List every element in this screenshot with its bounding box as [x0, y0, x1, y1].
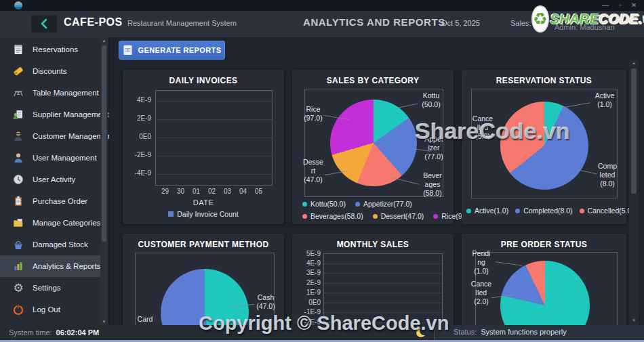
title-bar: — ▫ ✕: [0, 0, 644, 11]
close-button[interactable]: ✕: [626, 1, 641, 10]
pie-callout: Card: [129, 315, 161, 324]
pie-callout: Kottu(50.0): [416, 91, 447, 109]
maximize-button[interactable]: ▫: [613, 1, 628, 10]
chart-legend: Daily Invoice Count: [123, 210, 284, 218]
legend-marker: [355, 202, 360, 207]
chart-title: MONTHLY SALES: [292, 240, 454, 249]
sidebar-item-table-management[interactable]: Table Management: [0, 82, 100, 104]
status-bar: System time:06:02:04 PM Status:System fu…: [0, 325, 644, 342]
y-tick: 4E-9: [295, 259, 321, 267]
legend-marker: [302, 202, 307, 207]
x-tick: 05: [255, 188, 262, 195]
legend-item: Cancelled(5.0): [580, 207, 634, 215]
legend-label: Active(1.0): [475, 207, 508, 215]
notepad-icon: [12, 43, 25, 56]
sidebar-item-supplier-management[interactable]: Supplier Management: [0, 104, 100, 125]
y-tick: -1E-9: [295, 308, 321, 316]
pie-callout: Cancelled(2.0): [466, 280, 497, 306]
panel-monthly-sales: MONTHLY SALES 5E-9 4E-9 3E-9 2E-9 1E-9 0…: [292, 234, 454, 325]
price-tag-icon: [12, 65, 25, 77]
legend-item: Beverages(58.0): [302, 212, 363, 220]
sidebar-item-settings[interactable]: ⚙ Settings: [0, 277, 100, 299]
pie-callout: Beverages(58.0): [417, 171, 448, 198]
generate-reports-button[interactable]: GENERATE REPORTS: [119, 41, 225, 60]
x-tick: 30: [177, 188, 184, 195]
x-tick: 01: [193, 188, 200, 195]
y-tick: -2E-9: [125, 151, 151, 158]
legend-marker: [580, 209, 584, 213]
app-title: CAFE-POS: [64, 16, 123, 28]
sales-value: 0: [535, 19, 539, 27]
scroll-down-icon[interactable]: ▼: [629, 317, 639, 324]
main-scrollbar-thumb[interactable]: [631, 68, 637, 194]
gear-icon: ⚙: [12, 282, 25, 294]
sidebar-scrollbar[interactable]: ▲ ▼: [100, 37, 108, 325]
chart-title: RESERVATION STATUS: [462, 76, 626, 85]
status-value: System functions properly: [481, 328, 567, 336]
back-button[interactable]: [31, 15, 57, 33]
sidebar-item-user-management[interactable]: User Management: [0, 147, 100, 169]
system-time-label: System time:: [9, 328, 52, 337]
folder-icon: [12, 217, 25, 229]
sidebar-item-label: User Activity: [33, 175, 75, 184]
main-scrollbar[interactable]: ▲ ▼: [629, 60, 639, 325]
panel-daily-invoices: DAILY INVOICES 4E-9 2E-9 0E0 -2E-9 -4E-9…: [123, 70, 284, 224]
minimize-button[interactable]: —: [598, 1, 613, 10]
supplier-icon: [12, 108, 25, 121]
sales-by-category-pie: [330, 100, 417, 186]
sidebar-item-label: Table Management: [33, 89, 99, 97]
legend-label: Cancelled(5.0): [588, 207, 634, 215]
sidebar-item-damaged-stock[interactable]: Damaged Stock: [0, 234, 100, 255]
scroll-up-icon[interactable]: ▲: [100, 37, 108, 44]
x-axis-label: DATE: [123, 198, 284, 207]
header-date: Oct 5, 2025: [441, 19, 480, 27]
sidebar-item-reservations[interactable]: Reservations: [0, 39, 100, 60]
sidebar-item-label: Supplier Management: [33, 110, 109, 119]
pie-callout: Pending(1.0): [466, 249, 497, 276]
moon-icon: [415, 327, 427, 339]
pie-callout: Cancelled(5.0): [467, 114, 498, 141]
legend-label: Daily Invoice Count: [177, 210, 238, 218]
sidebar-item-label: Analytics & Reports: [33, 262, 100, 270]
x-tick: 04: [239, 188, 247, 195]
legend-marker: [433, 214, 438, 219]
pie-callout: Rice(97.0): [298, 105, 329, 123]
sidebar-item-user-activity[interactable]: User Activity: [0, 169, 100, 190]
sidebar-item-label: User Management: [33, 154, 97, 162]
pie-callout: Completed(8.0): [592, 162, 623, 188]
sidebar-item-manage-categories[interactable]: Manage Categories: [0, 212, 100, 234]
pie-callout: Dessert(47.0): [298, 158, 329, 184]
sidebar-item-discounts[interactable]: Discounts: [0, 60, 100, 82]
y-tick: -4E-9: [125, 169, 151, 177]
sidebar-item-analytics-reports[interactable]: Analytics & Reports: [0, 255, 100, 277]
pie-callout: Appetizer(77.0): [418, 135, 449, 161]
legend-marker: [466, 209, 471, 213]
app-window: — ▫ ✕ CAFE-POS Restaurant Management Sys…: [0, 0, 644, 342]
panel-reservation-status: RESERVATION STATUS Active(1.0) Completed…: [462, 70, 626, 224]
header: CAFE-POS Restaurant Management System AN…: [0, 11, 644, 37]
y-tick: 2E-9: [295, 279, 321, 286]
panel-customer-payment-method: CUSTOMER PAYMENT METHOD Cash(47.0) Card: [123, 234, 284, 325]
chevron-left-icon: [39, 18, 49, 29]
report-icon: [123, 45, 133, 56]
y-tick: 0E0: [125, 133, 151, 140]
sidebar-scrollbar-thumb[interactable]: [102, 45, 106, 242]
scroll-down-icon[interactable]: ▼: [100, 318, 108, 325]
legend-item: Daily Invoice Count: [168, 210, 238, 218]
panel-sales-by-category: SALES BY CATEGORY Kottu(50.0) Appetizer(…: [292, 70, 454, 224]
y-tick: 2E-9: [125, 114, 151, 122]
status-section: Status:System functions properly: [434, 325, 644, 340]
app-subtitle: Restaurant Management System: [127, 19, 237, 27]
sidebar-item-label: Purchase Order: [33, 197, 87, 205]
chart-title: SALES BY CATEGORY: [292, 76, 454, 85]
legend-item: Kottu(50.0): [302, 200, 346, 208]
sidebar-item-log-out[interactable]: Log Out: [0, 299, 100, 320]
sidebar-item-purchase-order[interactable]: Purchase Order: [0, 190, 100, 212]
reservation-status-pie: [500, 102, 588, 190]
sidebar-item-customer-management[interactable]: Customer Management: [0, 125, 100, 147]
scroll-up-icon[interactable]: ▲: [629, 60, 639, 66]
legend-label: Completed(8.0): [523, 207, 572, 215]
sidebar-item-label: Manage Categories: [33, 219, 100, 227]
legend-label: Appetizer(77.0): [363, 200, 412, 208]
chart-legend: Beverages(58.0)Dessert(47.0)Rice(97.0): [302, 212, 475, 220]
